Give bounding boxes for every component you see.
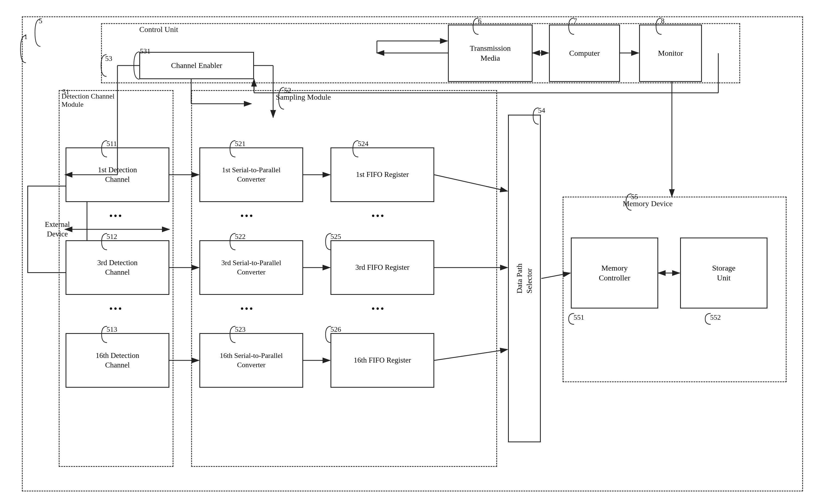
ch16-detection-label: 16th DetectionChannel — [96, 351, 139, 370]
ch3-fifo-label: 3rd FIFO Register — [355, 263, 410, 272]
ref-513: 513 — [106, 325, 117, 334]
ref-552: 552 — [710, 313, 721, 322]
ref-5: 5 — [39, 17, 42, 25]
ref-525: 525 — [330, 233, 341, 241]
channel-enabler-box: Channel Enabler — [139, 52, 254, 79]
ref-523: 523 — [235, 325, 245, 334]
ref-512: 512 — [106, 233, 117, 241]
ch1-fifo-label: 1st FIFO Register — [356, 170, 409, 179]
ch3-spc-box: 3rd Serial-to-ParallelConverter — [199, 240, 303, 295]
memory-device-label: Memory Device — [623, 199, 673, 208]
ref-524: 524 — [358, 140, 368, 148]
ref-52: 52 — [284, 86, 291, 94]
dots-2: ••• — [109, 303, 123, 315]
memory-controller-box: MemoryController — [571, 238, 658, 309]
dots-1: ••• — [109, 210, 123, 222]
ch16-spc-box: 16th Serial-to-ParallelConverter — [199, 333, 303, 388]
data-path-selector-label: Data PathSelector — [515, 263, 535, 293]
ch16-fifo-box: 16th FIFO Register — [330, 333, 434, 388]
ch16-detection-box: 16th DetectionChannel — [66, 333, 169, 388]
ref-521: 521 — [235, 140, 245, 148]
ch3-fifo-box: 3rd FIFO Register — [330, 240, 434, 295]
data-path-selector-box: Data PathSelector — [508, 115, 541, 442]
ref-6: 6 — [478, 17, 482, 25]
ref-51: 51 — [62, 88, 69, 96]
ref-526: 526 — [330, 325, 341, 334]
dots-spc2: ••• — [240, 303, 254, 315]
ch1-fifo-box: 1st FIFO Register — [330, 147, 434, 202]
diagram: 1 5 ExternalDevice Control Unit 53 Chann… — [0, 0, 815, 504]
ref-531: 531 — [140, 47, 150, 55]
control-unit-label: Control Unit — [139, 25, 178, 34]
ref-55: 55 — [631, 193, 638, 201]
ref-7: 7 — [574, 17, 577, 25]
storage-unit-label: StorageUnit — [712, 263, 736, 283]
dots-fifo1: ••• — [371, 210, 385, 222]
ch16-spc-label: 16th Serial-to-ParallelConverter — [220, 351, 283, 370]
monitor-box: Monitor — [639, 25, 702, 82]
ch3-detection-box: 3rd DetectionChannel — [66, 240, 169, 295]
dots-spc1: ••• — [240, 210, 254, 222]
ch3-spc-label: 3rd Serial-to-ParallelConverter — [221, 258, 281, 277]
ch3-detection-label: 3rd DetectionChannel — [97, 258, 138, 277]
ch1-spc-label: 1st Serial-to-ParallelConverter — [222, 165, 280, 184]
computer-box: Computer — [549, 25, 620, 82]
computer-label: Computer — [569, 48, 600, 58]
ref-551: 551 — [574, 313, 584, 322]
ref-53: 53 — [105, 55, 112, 63]
ch1-detection-box: 1st DetectionChannel — [66, 147, 169, 202]
ref-1: 1 — [24, 33, 28, 41]
ch1-spc-box: 1st Serial-to-ParallelConverter — [199, 147, 303, 202]
monitor-label: Monitor — [658, 48, 683, 58]
transmission-media-label: TransmissionMedia — [470, 43, 511, 63]
dots-fifo2: ••• — [371, 303, 385, 315]
ref-8: 8 — [661, 17, 665, 25]
memory-controller-label: MemoryController — [599, 263, 630, 283]
ref-54: 54 — [538, 106, 545, 115]
ref-511: 511 — [106, 140, 117, 148]
ch1-detection-label: 1st DetectionChannel — [98, 165, 137, 184]
storage-unit-box: StorageUnit — [680, 238, 767, 309]
ch16-fifo-label: 16th FIFO Register — [354, 355, 411, 365]
detection-channel-module-label: Detection ChannelModule — [61, 92, 114, 109]
channel-enabler-label: Channel Enabler — [171, 61, 222, 70]
ref-522: 522 — [235, 233, 245, 241]
transmission-media-box: TransmissionMedia — [448, 25, 533, 82]
